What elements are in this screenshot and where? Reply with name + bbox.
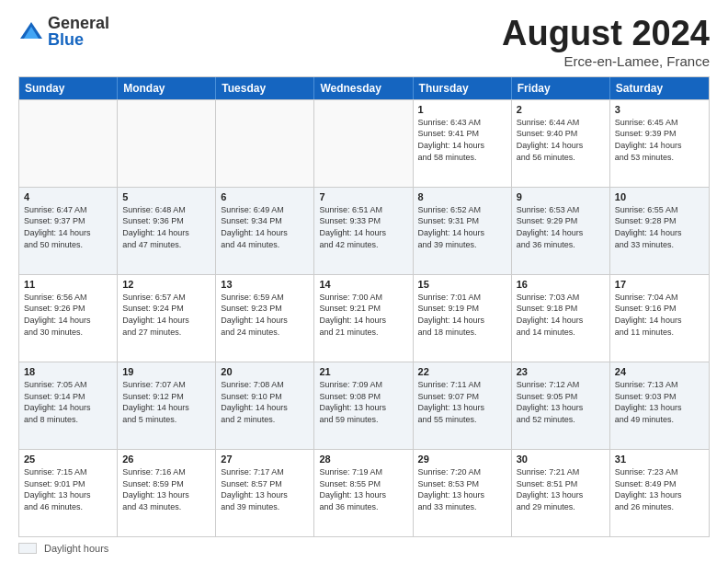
- calendar-cell: 18Sunrise: 7:05 AM Sunset: 9:14 PM Dayli…: [19, 362, 118, 449]
- calendar-cell: 2Sunrise: 6:44 AM Sunset: 9:40 PM Daylig…: [512, 100, 610, 187]
- calendar-cell: 24Sunrise: 7:13 AM Sunset: 9:03 PM Dayli…: [610, 362, 709, 449]
- title-section: August 2024 Erce-en-Lamee, France: [502, 15, 710, 69]
- cell-info: Sunrise: 6:57 AM Sunset: 9:24 PM Dayligh…: [122, 292, 210, 338]
- calendar-cell: 20Sunrise: 7:08 AM Sunset: 9:10 PM Dayli…: [216, 362, 314, 449]
- calendar-cell: 22Sunrise: 7:11 AM Sunset: 9:07 PM Dayli…: [414, 362, 512, 449]
- calendar-cell: 30Sunrise: 7:21 AM Sunset: 8:51 PM Dayli…: [512, 450, 610, 536]
- cell-info: Sunrise: 7:07 AM Sunset: 9:12 PM Dayligh…: [122, 379, 210, 425]
- cell-info: Sunrise: 7:08 AM Sunset: 9:10 PM Dayligh…: [221, 379, 309, 425]
- cell-info: Sunrise: 7:00 AM Sunset: 9:21 PM Dayligh…: [319, 292, 407, 338]
- location: Erce-en-Lamee, France: [502, 53, 710, 69]
- calendar-header-cell: Thursday: [414, 77, 512, 99]
- calendar-cell: 21Sunrise: 7:09 AM Sunset: 9:08 PM Dayli…: [314, 362, 413, 449]
- calendar-header-cell: Monday: [118, 77, 216, 99]
- calendar-cell: 31Sunrise: 7:23 AM Sunset: 8:49 PM Dayli…: [610, 450, 709, 536]
- month-title: August 2024: [502, 15, 710, 53]
- cell-info: Sunrise: 6:55 AM Sunset: 9:28 PM Dayligh…: [615, 204, 704, 250]
- calendar-cell: 4Sunrise: 6:47 AM Sunset: 9:37 PM Daylig…: [19, 188, 118, 274]
- day-number: 30: [517, 454, 605, 465]
- calendar-header-cell: Tuesday: [216, 77, 314, 99]
- calendar-header-cell: Saturday: [610, 77, 709, 99]
- day-number: 11: [24, 279, 112, 290]
- calendar-row: 1Sunrise: 6:43 AM Sunset: 9:41 PM Daylig…: [19, 99, 709, 187]
- day-number: 31: [615, 454, 704, 465]
- cell-info: Sunrise: 7:03 AM Sunset: 9:18 PM Dayligh…: [517, 292, 605, 338]
- cell-info: Sunrise: 6:44 AM Sunset: 9:40 PM Dayligh…: [517, 117, 605, 163]
- logo-text: General Blue: [48, 15, 109, 48]
- day-number: 14: [319, 279, 407, 290]
- page: General Blue August 2024 Erce-en-Lamee, …: [0, 0, 728, 563]
- calendar-header-cell: Sunday: [19, 77, 118, 99]
- calendar-cell: 25Sunrise: 7:15 AM Sunset: 9:01 PM Dayli…: [19, 450, 118, 536]
- day-number: 4: [24, 191, 112, 202]
- calendar-header-cell: Friday: [512, 77, 610, 99]
- calendar-cell: 7Sunrise: 6:51 AM Sunset: 9:33 PM Daylig…: [314, 188, 413, 274]
- calendar-cell: 15Sunrise: 7:01 AM Sunset: 9:19 PM Dayli…: [414, 275, 512, 362]
- calendar-header-cell: Wednesday: [314, 77, 413, 99]
- calendar-row: 18Sunrise: 7:05 AM Sunset: 9:14 PM Dayli…: [19, 362, 709, 449]
- day-number: 19: [122, 366, 210, 377]
- day-number: 26: [122, 454, 210, 465]
- cell-info: Sunrise: 7:20 AM Sunset: 8:53 PM Dayligh…: [418, 466, 506, 512]
- cell-info: Sunrise: 6:51 AM Sunset: 9:33 PM Dayligh…: [319, 204, 407, 250]
- calendar-cell: 27Sunrise: 7:17 AM Sunset: 8:57 PM Dayli…: [216, 450, 314, 536]
- calendar-cell: 1Sunrise: 6:43 AM Sunset: 9:41 PM Daylig…: [414, 100, 512, 187]
- cell-info: Sunrise: 6:45 AM Sunset: 9:39 PM Dayligh…: [615, 117, 704, 163]
- cell-info: Sunrise: 6:49 AM Sunset: 9:34 PM Dayligh…: [221, 204, 309, 250]
- day-number: 5: [122, 191, 210, 202]
- legend-box: [18, 543, 37, 554]
- calendar-cell: 16Sunrise: 7:03 AM Sunset: 9:18 PM Dayli…: [512, 275, 610, 362]
- day-number: 25: [24, 454, 112, 465]
- cell-info: Sunrise: 7:17 AM Sunset: 8:57 PM Dayligh…: [221, 466, 309, 512]
- cell-info: Sunrise: 7:11 AM Sunset: 9:07 PM Dayligh…: [418, 379, 506, 425]
- cell-info: Sunrise: 6:43 AM Sunset: 9:41 PM Dayligh…: [418, 117, 506, 163]
- calendar-cell: 28Sunrise: 7:19 AM Sunset: 8:55 PM Dayli…: [314, 450, 413, 536]
- day-number: 22: [418, 366, 506, 377]
- day-number: 24: [615, 366, 704, 377]
- legend-label: Daylight hours: [44, 543, 108, 554]
- calendar-cell: 6Sunrise: 6:49 AM Sunset: 9:34 PM Daylig…: [216, 188, 314, 274]
- cell-info: Sunrise: 7:23 AM Sunset: 8:49 PM Dayligh…: [615, 466, 704, 512]
- calendar-cell: 14Sunrise: 7:00 AM Sunset: 9:21 PM Dayli…: [314, 275, 413, 362]
- cell-info: Sunrise: 7:04 AM Sunset: 9:16 PM Dayligh…: [615, 292, 704, 338]
- calendar-cell: 8Sunrise: 6:52 AM Sunset: 9:31 PM Daylig…: [414, 188, 512, 274]
- day-number: 18: [24, 366, 112, 377]
- calendar-cell: 10Sunrise: 6:55 AM Sunset: 9:28 PM Dayli…: [610, 188, 709, 274]
- logo-blue-text: Blue: [48, 31, 109, 48]
- day-number: 6: [221, 191, 309, 202]
- day-number: 16: [517, 279, 605, 290]
- footer: Daylight hours: [18, 543, 710, 554]
- day-number: 10: [615, 191, 704, 202]
- cell-info: Sunrise: 7:01 AM Sunset: 9:19 PM Dayligh…: [418, 292, 506, 338]
- calendar-cell: 13Sunrise: 6:59 AM Sunset: 9:23 PM Dayli…: [216, 275, 314, 362]
- cell-info: Sunrise: 7:15 AM Sunset: 9:01 PM Dayligh…: [24, 466, 112, 512]
- day-number: 27: [221, 454, 309, 465]
- day-number: 12: [122, 279, 210, 290]
- logo-icon: [18, 18, 44, 44]
- calendar-row: 11Sunrise: 6:56 AM Sunset: 9:26 PM Dayli…: [19, 274, 709, 362]
- calendar-cell-empty: [314, 100, 413, 187]
- calendar-cell: 19Sunrise: 7:07 AM Sunset: 9:12 PM Dayli…: [118, 362, 216, 449]
- logo: General Blue: [18, 15, 109, 48]
- day-number: 28: [319, 454, 407, 465]
- calendar-header-row: SundayMondayTuesdayWednesdayThursdayFrid…: [19, 77, 709, 99]
- calendar-cell-empty: [118, 100, 216, 187]
- calendar-cell: 29Sunrise: 7:20 AM Sunset: 8:53 PM Dayli…: [414, 450, 512, 536]
- calendar-cell: 3Sunrise: 6:45 AM Sunset: 9:39 PM Daylig…: [610, 100, 709, 187]
- day-number: 23: [517, 366, 605, 377]
- calendar-row: 25Sunrise: 7:15 AM Sunset: 9:01 PM Dayli…: [19, 449, 709, 536]
- calendar-cell-empty: [19, 100, 118, 187]
- calendar-cell: 11Sunrise: 6:56 AM Sunset: 9:26 PM Dayli…: [19, 275, 118, 362]
- cell-info: Sunrise: 7:19 AM Sunset: 8:55 PM Dayligh…: [319, 466, 407, 512]
- day-number: 1: [418, 104, 506, 115]
- cell-info: Sunrise: 6:59 AM Sunset: 9:23 PM Dayligh…: [221, 292, 309, 338]
- calendar-cell: 5Sunrise: 6:48 AM Sunset: 9:36 PM Daylig…: [118, 188, 216, 274]
- cell-info: Sunrise: 7:16 AM Sunset: 8:59 PM Dayligh…: [122, 466, 210, 512]
- calendar-cell: 12Sunrise: 6:57 AM Sunset: 9:24 PM Dayli…: [118, 275, 216, 362]
- calendar-row: 4Sunrise: 6:47 AM Sunset: 9:37 PM Daylig…: [19, 187, 709, 274]
- cell-info: Sunrise: 7:05 AM Sunset: 9:14 PM Dayligh…: [24, 379, 112, 425]
- cell-info: Sunrise: 7:12 AM Sunset: 9:05 PM Dayligh…: [517, 379, 605, 425]
- day-number: 17: [615, 279, 704, 290]
- cell-info: Sunrise: 7:09 AM Sunset: 9:08 PM Dayligh…: [319, 379, 407, 425]
- calendar-cell-empty: [216, 100, 314, 187]
